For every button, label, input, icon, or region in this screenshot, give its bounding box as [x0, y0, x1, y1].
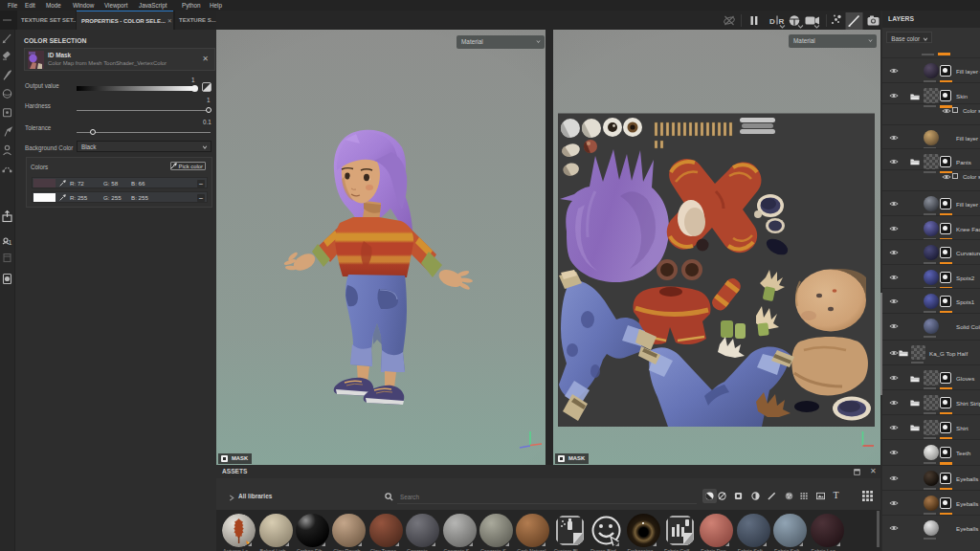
svg-text:1: 1 — [9, 239, 12, 246]
svg-text:R: R — [779, 17, 785, 26]
svg-text:D: D — [769, 17, 775, 26]
